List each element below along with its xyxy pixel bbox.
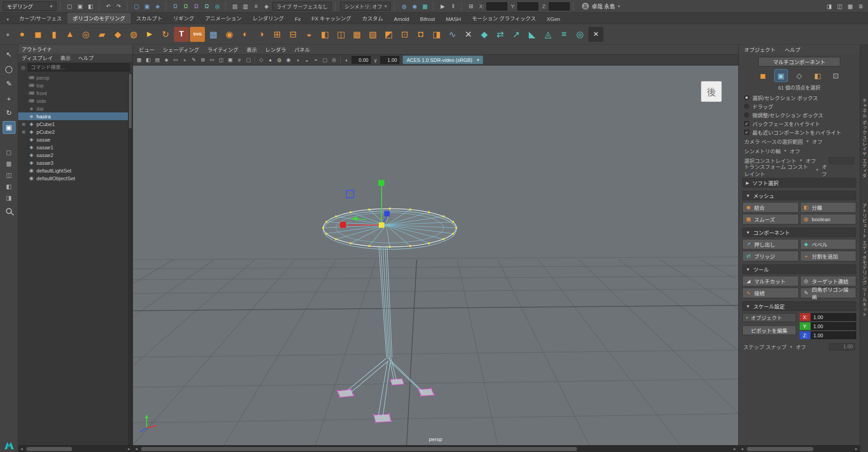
search-filter-icon[interactable]: ◎ — [21, 65, 26, 71]
outliner-item[interactable]: sasae1 — [18, 143, 133, 151]
add-divisions-button[interactable]: +分割を追加 — [800, 251, 857, 261]
smooth-button[interactable]: ▦スムーズ — [742, 214, 799, 224]
shelf-tab[interactable]: レンダリング — [247, 13, 289, 24]
poly-cube-icon[interactable]: ◼ — [31, 27, 46, 42]
fill-hole-icon[interactable]: ◘ — [413, 27, 428, 42]
view-cube[interactable]: 後 — [701, 81, 722, 102]
uv-mode-icon[interactable]: ⊡ — [829, 69, 842, 82]
menu-set-dropdown[interactable]: モデリング — [3, 1, 56, 11]
textured-icon[interactable]: ◍ — [275, 56, 284, 64]
outliner-hscrollbar[interactable]: ◄ ► — [18, 445, 133, 452]
section-tools[interactable]: ▼ ツール — [742, 264, 856, 274]
poly-plane-icon[interactable]: ▰ — [94, 27, 109, 42]
extrude-icon[interactable]: ↗ — [509, 27, 524, 42]
edit-pivot-button[interactable]: ピボットを編集 — [742, 325, 796, 335]
bevel-icon[interactable]: ◆ — [477, 27, 492, 42]
quad-draw-button[interactable]: ✎四角ポリゴン描画 — [800, 288, 857, 298]
axis-value-field[interactable]: 1.00 — [811, 331, 856, 339]
target-weld-icon[interactable]: ◎ — [572, 27, 587, 42]
outliner-item[interactable]: side — [18, 97, 133, 105]
snap-to-point-icon[interactable]: Ω — [192, 2, 201, 11]
render-icon[interactable]: ◍ — [399, 2, 408, 11]
gate-mask-icon[interactable]: ▣ — [226, 56, 235, 64]
outliner-item[interactable]: sasae — [18, 136, 133, 143]
poly-cone-icon[interactable]: ▲ — [62, 27, 77, 42]
pick-select-option[interactable]: 選択/セレクション ボックス — [742, 93, 856, 102]
viewport-menu-item[interactable]: シェーディング — [159, 46, 204, 53]
step-snap-row[interactable]: ステップ スナップ ▼ オフ 1.00 — [742, 343, 856, 350]
shelf-tab[interactable]: スカルプト — [131, 13, 168, 24]
project-curve-icon[interactable]: ∿ — [445, 27, 460, 42]
undo-icon[interactable]: ↶ — [104, 2, 113, 11]
viewport-menu-item[interactable]: パネル — [290, 46, 314, 53]
scroll-right-arrow[interactable]: ► — [126, 446, 133, 452]
shelf-tab[interactable]: カスタム — [357, 13, 388, 24]
save-scene-icon[interactable]: ◧ — [86, 2, 95, 11]
snap-to-plane-icon[interactable]: Ω — [202, 2, 211, 11]
shelf-tab[interactable]: カーブ/サーフェス — [14, 13, 67, 24]
xray-icon[interactable]: ▢ — [321, 56, 329, 64]
layout-icon[interactable]: ◫ — [835, 2, 844, 11]
user-account-menu[interactable]: 卓哉 永島 — [578, 1, 623, 11]
outliner-persp-layout[interactable]: ◨ — [4, 193, 15, 203]
edge-mode-icon[interactable]: ◧ — [811, 69, 824, 82]
combine-icon[interactable]: ⊞ — [270, 27, 285, 42]
outliner-item[interactable]: dai — [18, 105, 133, 112]
boolean-intersect-icon[interactable]: ◑ — [254, 27, 269, 42]
shelf-tab-menu-icon[interactable]: ▾ — [2, 15, 14, 24]
highlight-nearest-component-option[interactable]: 最も近いコンポーネントをハイライト — [742, 128, 856, 137]
live-surface-indicator[interactable]: ライブ サーフェスなし — [272, 2, 332, 11]
poly-disc-icon[interactable]: ◆ — [110, 27, 125, 42]
grid-toggle-icon[interactable]: ⊞ — [199, 56, 207, 64]
symmetry-axis-dropdown[interactable]: シンメトリの軸 ▼ オフ — [742, 146, 856, 156]
shadows-icon[interactable]: ◑ — [293, 56, 302, 64]
toolkit-menu-item[interactable]: オブジェクト — [740, 46, 780, 53]
axis-value-field[interactable]: 1.00 — [811, 313, 856, 321]
shelf-tab[interactable]: リギング — [168, 13, 199, 24]
toolkit-hscrollbar[interactable]: ◄ ► — [739, 445, 860, 452]
outliner-item[interactable]: persp — [18, 74, 133, 81]
shelf-tab[interactable]: アニメーション — [199, 13, 247, 24]
subdivide-icon[interactable]: ▦ — [349, 27, 364, 42]
dropdown-field[interactable] — [829, 157, 854, 164]
viewport-menu-item[interactable]: レンダラ — [261, 46, 290, 53]
z-coord-field[interactable] — [549, 2, 570, 10]
camera-based-selection-dropdown[interactable]: カメラ ベースの選択範囲 ▼ オフ — [742, 137, 856, 146]
outliner-item[interactable]: sasae3 — [18, 159, 133, 167]
toggle-icon[interactable] — [744, 112, 749, 117]
rotate-tool[interactable]: ↻ — [3, 107, 15, 119]
smooth-icon[interactable]: ◒ — [301, 27, 317, 42]
shelf-tab[interactable]: ポリゴンのモデリング — [67, 13, 131, 24]
ipr-render-icon[interactable]: ◉ — [410, 2, 419, 11]
camera-lock-icon[interactable]: ◧ — [144, 56, 153, 64]
scroll-right-arrow[interactable]: ► — [731, 446, 738, 452]
outputs-icon[interactable]: ▥ — [241, 2, 250, 11]
shelf-tab[interactable]: Bifrost — [414, 15, 440, 24]
highlight-backfaces-option[interactable]: バックフェースをハイライト — [742, 119, 856, 128]
symmetrize-icon[interactable]: ◬ — [541, 27, 556, 42]
section-scale-settings[interactable]: ▼ スケール設定 — [742, 301, 856, 311]
reduce-icon[interactable]: ▧ — [365, 27, 380, 42]
zoom-layout-icon[interactable] — [6, 208, 12, 214]
paint-select-tool[interactable]: ✎ — [3, 77, 15, 90]
split-mesh-icon[interactable]: ✕ — [461, 27, 476, 42]
object-mode-icon[interactable]: ◼ — [756, 69, 770, 82]
smooth-shade-icon[interactable]: ● — [266, 56, 275, 64]
scroll-left-arrow[interactable]: ◄ — [18, 446, 25, 452]
ao-icon[interactable]: ◒ — [302, 56, 311, 64]
section-soft-select[interactable]: ▶ ソフト選択 — [742, 178, 856, 188]
two-pane-side-layout[interactable]: ◫ — [4, 170, 15, 180]
viewport-menu-item[interactable]: 表示 — [242, 46, 261, 53]
exposure-field[interactable]: 0.00 — [352, 56, 371, 64]
scroll-right-arrow[interactable]: ► — [853, 446, 860, 452]
search-input[interactable] — [28, 63, 130, 71]
extract-icon[interactable]: ◧ — [317, 27, 332, 42]
grid-coords-icon[interactable]: ⊞ — [466, 2, 475, 11]
make-live-icon[interactable]: ◎ — [213, 2, 222, 11]
multi-component-mode-icon[interactable]: ▣ — [774, 69, 788, 82]
highlight-selection-icon[interactable]: ◈ — [262, 2, 271, 11]
menu-icon[interactable]: ≣ — [856, 2, 865, 11]
poly-cylinder-icon[interactable]: ▮ — [46, 27, 61, 42]
ultra-shape-icon[interactable]: ▦ — [206, 27, 221, 42]
viewport-canvas[interactable]: 後 persp — [133, 66, 738, 445]
